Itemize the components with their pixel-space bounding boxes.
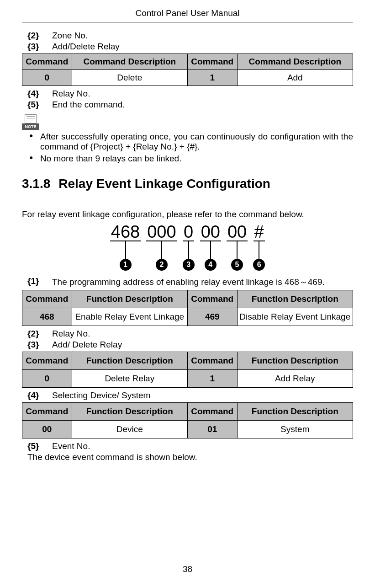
def-item: {3} Add/ Delete Relay <box>27 340 353 350</box>
def-key: {5} <box>27 441 44 451</box>
th-description: Command Description <box>72 54 187 70</box>
cell-desc: Disable Relay Event Linkage <box>237 308 353 326</box>
segment-label: 3 <box>183 259 195 271</box>
segment-text: 000 <box>146 223 177 241</box>
definition-list-1: {1} The programming address of enabling … <box>27 276 353 288</box>
def-item: {5} Event No. <box>27 441 353 451</box>
cell-cmd: 0 <box>22 370 72 388</box>
th-description: Function Description <box>72 352 187 370</box>
diagram-segment: # 6 <box>253 223 265 271</box>
notes-list: After successfully operating once, you c… <box>27 132 353 164</box>
def-text: The programming address of enabling rela… <box>52 276 325 288</box>
th-command: Command <box>22 290 72 308</box>
segment-label: 5 <box>231 259 243 271</box>
segment-label: 1 <box>120 259 132 271</box>
cell-desc: Delete Relay <box>72 370 187 388</box>
table-relay-event: Command Function Description Command Fun… <box>22 290 353 326</box>
cell-cmd: 1 <box>187 70 237 86</box>
tail-text: The device event command is shown below. <box>27 452 197 462</box>
command-diagram: 468 1 000 2 0 3 00 4 00 5 # 6 <box>22 223 353 271</box>
th-command: Command <box>187 54 237 70</box>
cell-desc: System <box>237 421 353 438</box>
th-command: Command <box>187 403 237 421</box>
def-key: {4} <box>27 89 44 99</box>
cell-desc: Add <box>237 70 353 86</box>
def-item: {1} The programming address of enabling … <box>27 276 353 288</box>
cell-desc: Device <box>72 421 187 438</box>
diagram-segment: 0 3 <box>183 223 195 271</box>
def-text: Selecting Device/ System <box>52 390 150 401</box>
th-description: Command Description <box>237 54 353 70</box>
section-heading: 3.1.8Relay Event Linkage Configuration <box>22 176 353 191</box>
note-item: No more than 9 relays can be linked. <box>27 154 353 164</box>
cell-desc: Delete <box>72 70 187 86</box>
th-description: Function Description <box>237 403 353 421</box>
diagram-segment: 00 4 <box>200 223 221 271</box>
th-command: Command <box>187 352 237 370</box>
th-command: Command <box>22 403 72 421</box>
def-text: Add/Delete Relay <box>52 42 120 52</box>
def-key: {5} <box>27 100 44 110</box>
tail-paragraph: The device event command is shown below. <box>27 452 353 462</box>
cell-cmd: 468 <box>22 308 72 326</box>
section-title: Relay Event Linkage Configuration <box>58 176 270 191</box>
th-command: Command <box>187 290 237 308</box>
def-key: {2} <box>27 329 44 339</box>
cell-cmd: 01 <box>187 421 237 438</box>
def-text: End the command. <box>52 100 125 110</box>
cell-desc: Add Relay <box>237 370 353 388</box>
diagram-segment: 000 2 <box>146 223 177 271</box>
def-item: {4} Selecting Device/ System <box>27 390 353 401</box>
segment-label: 6 <box>253 259 265 271</box>
section-number: 3.1.8 <box>22 176 50 191</box>
definition-list-23: {2} Relay No. {3} Add/ Delete Relay <box>27 329 353 350</box>
def-key: {3} <box>27 340 44 350</box>
th-description: Function Description <box>72 290 187 308</box>
segment-text: 00 <box>200 223 221 241</box>
segment-text: 468 <box>110 223 141 241</box>
intro-paragraph: For relay event linkage configuration, p… <box>22 209 353 219</box>
page-number: 38 <box>0 564 375 574</box>
definition-list-5: {5} Event No. The device event command i… <box>27 441 353 462</box>
cell-cmd: 00 <box>22 421 72 438</box>
segment-label: 2 <box>156 259 168 271</box>
segment-text: 00 <box>227 223 248 241</box>
table-row: 00 Device 01 System <box>22 421 353 438</box>
def-item: {5} End the command. <box>27 100 353 110</box>
segment-label: 4 <box>205 259 217 271</box>
table-row: 0 Delete 1 Add <box>22 70 353 86</box>
cell-cmd: 469 <box>187 308 237 326</box>
def-key: {4} <box>27 390 44 401</box>
def-text: Relay No. <box>52 329 90 339</box>
table-device-system: Command Function Description Command Fun… <box>22 402 353 438</box>
th-command: Command <box>22 352 72 370</box>
cell-desc: Enable Relay Event Linkage <box>72 308 187 326</box>
th-command: Command <box>22 54 72 70</box>
definition-list-4: {4} Selecting Device/ System <box>27 390 353 401</box>
def-text: Relay No. <box>52 89 90 99</box>
segment-text: # <box>254 223 265 241</box>
def-text: Add/ Delete Relay <box>52 340 122 350</box>
segment-text: 0 <box>183 223 194 241</box>
def-text: Event No. <box>52 441 90 451</box>
definition-list-top: {2} Zone No. {3} Add/Delete Relay <box>27 31 353 52</box>
def-item: {3} Add/Delete Relay <box>27 42 353 52</box>
definition-list-mid: {4} Relay No. {5} End the command. <box>27 89 353 110</box>
diagram-segment: 468 1 <box>110 223 141 271</box>
table-add-delete: Command Command Description Command Comm… <box>22 53 353 86</box>
def-text: Zone No. <box>52 31 88 41</box>
diagram-segment: 00 5 <box>227 223 248 271</box>
def-item: {2} Zone No. <box>27 31 353 41</box>
cell-cmd: 1 <box>187 370 237 388</box>
table-add-delete-relay: Command Function Description Command Fun… <box>22 352 353 388</box>
cell-cmd: 0 <box>22 70 72 86</box>
def-item: {4} Relay No. <box>27 89 353 99</box>
def-key: {2} <box>27 31 44 41</box>
table-row: 468 Enable Relay Event Linkage 469 Disab… <box>22 308 353 326</box>
note-icon: NOTE <box>22 114 39 130</box>
def-key: {3} <box>27 42 44 52</box>
th-description: Function Description <box>72 403 187 421</box>
th-description: Function Description <box>237 352 353 370</box>
table-row: 0 Delete Relay 1 Add Relay <box>22 370 353 388</box>
def-item: {2} Relay No. <box>27 329 353 339</box>
